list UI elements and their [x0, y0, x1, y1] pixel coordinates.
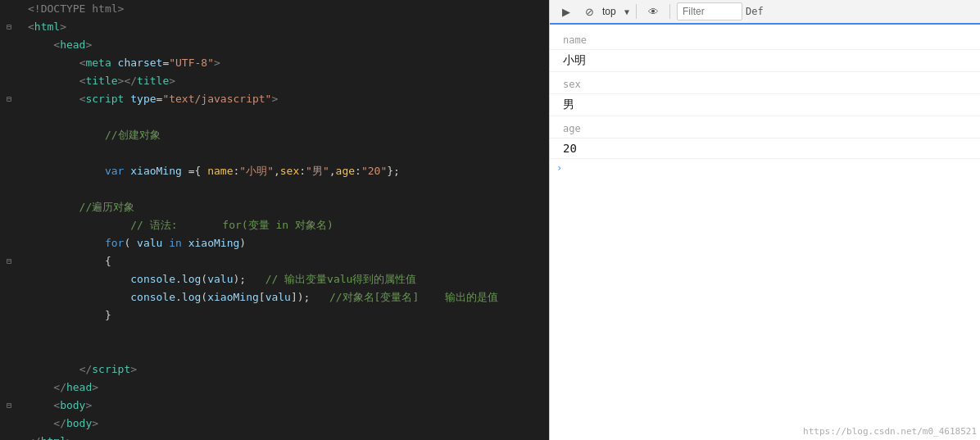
- code-line: <meta charset="UTF-8">: [0, 54, 549, 72]
- fold-icon[interactable]: ⊟: [3, 256, 15, 267]
- token: var: [105, 162, 124, 180]
- token: >: [169, 72, 175, 90]
- token: html: [41, 433, 66, 440]
- token: };: [387, 162, 400, 180]
- code-content: console.log(xiaoMing[valu]); //对象名[变量名] …: [28, 288, 549, 306]
- token: [: [259, 288, 265, 306]
- token: valu: [207, 270, 233, 288]
- token: "text/javascript": [162, 90, 271, 108]
- token: [124, 162, 130, 180]
- code-content: }: [28, 306, 549, 324]
- code-line: </body>: [0, 415, 549, 433]
- token: );: [233, 270, 265, 288]
- token: charset: [118, 54, 163, 72]
- token: xiaoMing: [188, 234, 240, 252]
- token: <!DOCTYPE html>: [28, 0, 124, 18]
- token: valu: [137, 234, 162, 252]
- code-line: ⊟ {: [0, 252, 549, 270]
- code-content: // 语法: for(变量 in 对象名): [28, 216, 549, 234]
- token: >: [214, 54, 220, 72]
- token: log: [182, 288, 201, 306]
- code-line: </html>: [0, 433, 549, 440]
- console-label-row: age: [550, 116, 980, 138]
- code-content: {: [28, 252, 549, 270]
- code-line: <title></title>: [0, 72, 549, 90]
- token: <: [79, 72, 86, 90]
- devtools-content: name小明sex男age20›: [550, 25, 980, 440]
- token: "20": [361, 162, 387, 180]
- token: [28, 54, 79, 72]
- code-line: var xiaoMing ={ name:"小明",sex:"男",age:"2…: [0, 162, 549, 180]
- code-line: ⊟ <script type="text/javascript">: [0, 90, 549, 108]
- token: >: [85, 397, 92, 415]
- code-content: </head>: [28, 379, 549, 397]
- code-line: console.log(xiaoMing[valu]); //对象名[变量名] …: [0, 288, 549, 306]
- code-content: <script type="text/javascript">: [28, 90, 549, 108]
- token: [28, 397, 53, 415]
- devtools-panel: ▶ ⊘ top ▼ 👁 Def name小明sex男age20› https:/…: [549, 0, 980, 440]
- token: ,: [274, 162, 280, 180]
- token: >: [92, 415, 98, 433]
- code-content: <head>: [28, 36, 549, 54]
- eye-icon-btn[interactable]: 👁: [643, 2, 663, 21]
- token: </: [53, 379, 66, 397]
- filter-input[interactable]: [677, 2, 742, 20]
- forward-icon-btn[interactable]: ▶: [556, 2, 576, 21]
- token: [28, 415, 53, 433]
- fold-icon[interactable]: ⊟: [3, 93, 15, 105]
- token: [28, 162, 105, 180]
- console-expand-row[interactable]: ›: [550, 159, 980, 177]
- token: <: [53, 397, 60, 415]
- console-label-row: name: [550, 28, 980, 50]
- code-content: //遍历对象: [28, 198, 549, 216]
- token: (: [124, 234, 137, 252]
- token: xiaoMing: [207, 288, 259, 306]
- code-line: [0, 108, 549, 126]
- token: .: [175, 270, 182, 288]
- token: </: [53, 415, 66, 433]
- fold-icon[interactable]: ⊟: [3, 400, 15, 411]
- block-icon-btn[interactable]: ⊘: [579, 2, 599, 21]
- token: (: [201, 270, 207, 288]
- token: =: [162, 54, 169, 72]
- line-gutter: ⊟: [3, 400, 28, 411]
- context-select[interactable]: top: [602, 6, 629, 17]
- token: ></: [118, 72, 137, 90]
- eye-icon: 👁: [648, 6, 659, 18]
- forward-icon: ▶: [562, 6, 570, 18]
- token: }: [28, 306, 111, 324]
- console-value-row: 男: [550, 94, 980, 116]
- token: [28, 234, 105, 252]
- fold-icon[interactable]: ⊟: [3, 21, 15, 33]
- token: <: [79, 90, 86, 108]
- token: [28, 36, 53, 54]
- code-line: console.log(valu); // 输出变量valu得到的属性值: [0, 270, 549, 288]
- token: [28, 72, 79, 90]
- token: [28, 270, 130, 288]
- token: age: [336, 162, 355, 180]
- code-content: </script>: [28, 361, 549, 379]
- line-gutter: ⊟: [3, 93, 28, 105]
- token: ]);: [291, 288, 329, 306]
- code-content: <!DOCTYPE html>: [28, 0, 549, 18]
- token: head: [60, 36, 85, 54]
- code-line: <!DOCTYPE html>: [0, 0, 549, 18]
- console-value-row: 小明: [550, 50, 980, 72]
- token: </: [28, 433, 41, 440]
- code-line: // 语法: for(变量 in 对象名): [0, 216, 549, 234]
- token: //遍历对象: [28, 198, 134, 216]
- token: {: [28, 252, 111, 270]
- token: >: [66, 433, 73, 440]
- token: meta: [85, 54, 111, 72]
- code-line: </script>: [0, 361, 549, 379]
- token: <: [79, 54, 86, 72]
- token: "男": [306, 162, 329, 180]
- token: valu: [265, 288, 291, 306]
- token: html: [34, 18, 60, 36]
- token: [28, 288, 130, 306]
- token: (: [201, 288, 207, 306]
- token: body: [60, 397, 85, 415]
- code-line: //创建对象: [0, 126, 549, 144]
- code-content: //创建对象: [28, 126, 549, 144]
- context-select-wrapper[interactable]: top ▼: [602, 6, 629, 17]
